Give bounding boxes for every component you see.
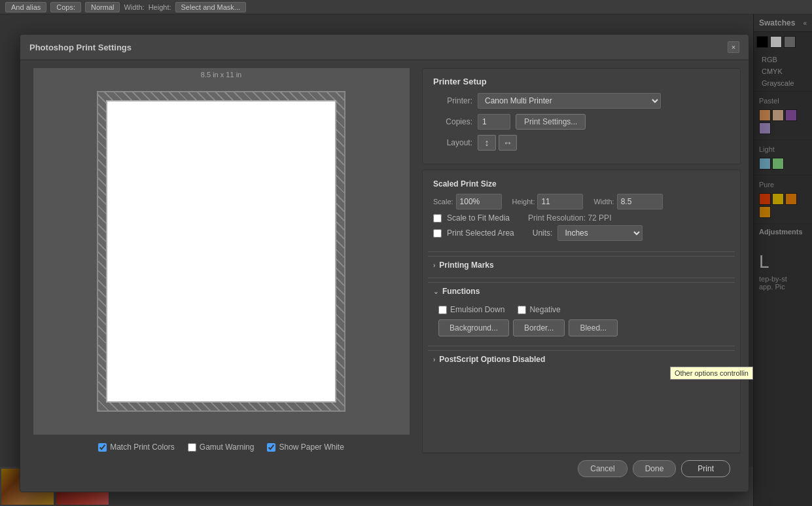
scale-to-fit-checkbox[interactable] — [433, 214, 442, 223]
divider-3 — [428, 346, 735, 346]
printer-setup-section: Printer Setup Printer: Canon Multi Print… — [422, 68, 741, 164]
functions-header[interactable]: ⌄ Functions — [428, 282, 735, 300]
scale-input[interactable] — [456, 194, 502, 209]
printer-row: Printer: Canon Multi Printer — [433, 93, 730, 109]
emulsion-down-label[interactable]: Emulsion Down — [438, 305, 504, 314]
height-field-group: Height: — [512, 194, 584, 209]
toolbar-height-label: Height: — [149, 3, 171, 11]
copies-input[interactable] — [478, 114, 510, 130]
preview-checkboxes: Match Print Colors Gamut Warning Show Pa… — [98, 440, 344, 454]
height-input[interactable] — [537, 194, 583, 209]
toolbar-btn-select-mask[interactable]: Select and Mask... — [175, 2, 247, 12]
background-button[interactable]: Background... — [438, 319, 509, 336]
printing-marks-header[interactable]: › Printing Marks — [428, 256, 735, 274]
scale-label: Scale: — [433, 198, 453, 206]
layout-label: Layout: — [433, 138, 472, 147]
print-selected-area-row: Print Selected Area Units: Inches Centim… — [433, 225, 730, 241]
gamut-warning-label[interactable]: Gamut Warning — [188, 443, 255, 452]
functions-checkboxes-row: Emulsion Down Negative — [438, 305, 724, 314]
dialog-titlebar: Photoshop Print Settings × — [20, 35, 749, 60]
layout-icons: ↕ ↔ — [478, 135, 517, 151]
functions-content: Emulsion Down Negative Background... Bor… — [428, 300, 735, 342]
printing-marks-title: Printing Marks — [439, 261, 493, 270]
gamut-warning-checkbox[interactable] — [188, 443, 196, 452]
bleed-button[interactable]: Bleed... — [569, 319, 618, 336]
printer-label: Printer: — [433, 96, 472, 105]
cancel-button[interactable]: Cancel — [578, 460, 627, 477]
page-preview — [97, 91, 345, 412]
tooltip-box: Other options controllin — [670, 367, 753, 380]
divider-1 — [428, 251, 735, 252]
scaled-print-size-title: Scaled Print Size — [433, 179, 730, 189]
layout-landscape-button[interactable]: ↔ — [499, 135, 517, 151]
functions-chevron: ⌄ — [433, 288, 438, 295]
scrollable-settings[interactable]: Scaled Print Size Scale: Height: — [422, 170, 741, 453]
show-paper-white-label[interactable]: Show Paper White — [267, 443, 344, 452]
print-resolution-text: Print Resolution: 72 PPI — [528, 213, 611, 223]
height-label: Height: — [512, 198, 535, 206]
printer-setup-title: Printer Setup — [433, 77, 730, 86]
preview-area: 8.5 in x 11 in — [33, 68, 410, 435]
scale-to-fit-label: Scale to Fit Media — [447, 213, 510, 223]
match-print-colors-label[interactable]: Match Print Colors — [98, 443, 175, 452]
print-selected-area-label: Print Selected Area — [447, 228, 514, 238]
toolbar-btn-normal[interactable]: Normal — [85, 2, 120, 12]
layout-portrait-button[interactable]: ↕ — [478, 135, 496, 151]
show-paper-white-checkbox[interactable] — [267, 443, 275, 452]
top-toolbar: And alias Cops: Normal Width: Height: Se… — [0, 0, 812, 14]
emulsion-down-checkbox[interactable] — [438, 306, 447, 314]
postscript-title: PostScript Options Disabled — [439, 355, 545, 364]
divider-2 — [428, 278, 735, 278]
page-white-area — [106, 100, 336, 403]
print-settings-button[interactable]: Print Settings... — [516, 114, 586, 130]
scale-row: Scale: Height: Width: — [433, 194, 730, 209]
dialog-body: 8.5 in x 11 in Match Print Colors Gamut … — [20, 60, 749, 492]
dialog-overlay: Photoshop Print Settings × 8.5 in x 11 i… — [0, 14, 812, 506]
dialog-footer: Cancel Done Print — [422, 453, 741, 484]
functions-title: Functions — [442, 287, 480, 296]
printer-select[interactable]: Canon Multi Printer — [478, 93, 661, 109]
paper-size-label: 8.5 in x 11 in — [201, 71, 241, 79]
scaled-print-size-section: Scaled Print Size Scale: Height: — [428, 175, 735, 247]
done-button[interactable]: Done — [633, 460, 677, 477]
units-select[interactable]: Inches Centimeters Millimeters Points Pi… — [557, 225, 643, 241]
negative-label[interactable]: Negative — [518, 305, 560, 314]
layout-row: Layout: ↕ ↔ — [433, 135, 730, 151]
width-input[interactable] — [617, 194, 663, 209]
print-settings-dialog: Photoshop Print Settings × 8.5 in x 11 i… — [20, 34, 749, 492]
postscript-header[interactable]: › PostScript Options Disabled — [428, 350, 735, 368]
scale-to-fit-row: Scale to Fit Media Print Resolution: 72 … — [433, 213, 730, 223]
copies-row: Copies: Print Settings... — [433, 114, 730, 130]
width-field-group: Width: — [593, 194, 662, 209]
negative-checkbox[interactable] — [518, 306, 526, 314]
print-button[interactable]: Print — [681, 460, 730, 477]
scale-field-group: Scale: — [433, 194, 502, 209]
toolbar-btn-cops[interactable]: Cops: — [50, 2, 81, 12]
postscript-chevron: › — [433, 356, 435, 363]
units-label: Units: — [533, 228, 553, 238]
width-label: Width: — [593, 198, 614, 206]
tooltip-text: Other options controllin — [675, 369, 749, 377]
copies-label: Copies: — [433, 117, 472, 126]
border-button[interactable]: Border... — [513, 319, 565, 336]
preview-panel: 8.5 in x 11 in Match Print Colors Gamut … — [28, 68, 414, 484]
match-print-colors-checkbox[interactable] — [98, 443, 107, 452]
printing-marks-chevron: › — [433, 262, 435, 269]
settings-panel: Printer Setup Printer: Canon Multi Print… — [422, 68, 741, 484]
dialog-title: Photoshop Print Settings — [29, 43, 132, 52]
functions-buttons: Background... Border... Bleed... — [438, 319, 724, 336]
toolbar-btn-alias[interactable]: And alias — [5, 2, 46, 12]
print-selected-area-checkbox[interactable] — [433, 229, 442, 238]
toolbar-width-label: Width: — [124, 3, 144, 11]
dialog-close-button[interactable]: × — [728, 41, 739, 53]
